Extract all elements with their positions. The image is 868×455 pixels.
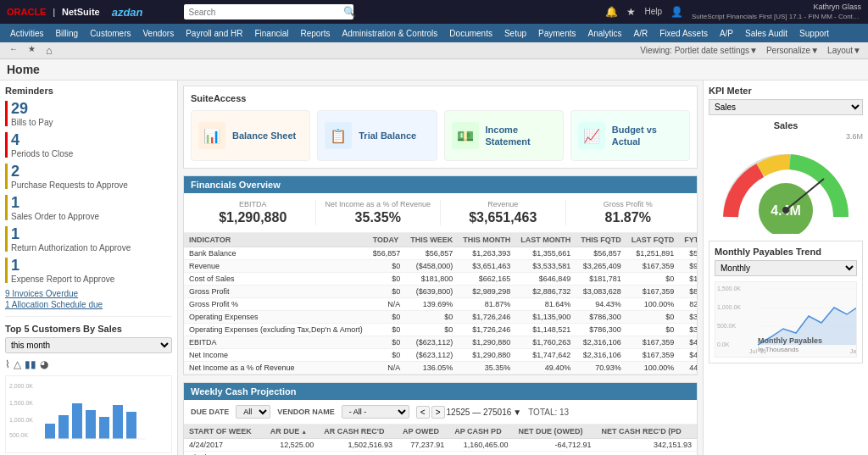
favorites-button[interactable]: ★ bbox=[25, 44, 38, 57]
suite-card-trial-balance[interactable]: 📋 Trial Balance bbox=[317, 110, 437, 161]
main-layout: Reminders 29 Bills to Pay 4 Periods to C… bbox=[0, 80, 868, 455]
financials-table-wrapper: INDICATOR TODAY THIS WEEK THIS MONTH LAS… bbox=[184, 233, 697, 375]
reminder-return-auth[interactable]: 1 Return Authorization to Approve bbox=[5, 226, 172, 252]
bar-chart-icon[interactable]: ▮▮ bbox=[25, 358, 36, 370]
reminder-expense[interactable]: 1 Expense Report to Approve bbox=[5, 258, 172, 284]
svg-text:1,500.0K: 1,500.0K bbox=[717, 286, 741, 291]
allocation-due-link[interactable]: 1 Allocation Schedule due bbox=[5, 300, 172, 309]
financials-overview-box: Financials Overview EBITDA $1,290,880 Ne… bbox=[183, 175, 698, 375]
next-button[interactable]: > bbox=[431, 406, 445, 419]
range-dropdown[interactable]: ▼ bbox=[513, 408, 521, 417]
table-row: Net Income$0($623,112)$1,290,880$1,747,6… bbox=[184, 349, 697, 362]
nav-payroll[interactable]: Payroll and HR bbox=[181, 24, 248, 42]
nav-bar: Activities Billing Customers Vendors Pay… bbox=[0, 24, 868, 42]
nav-support[interactable]: Support bbox=[794, 24, 834, 42]
table-cell: 94.43% bbox=[576, 298, 626, 311]
nav-financial[interactable]: Financial bbox=[249, 24, 293, 42]
vendor-name-select[interactable]: - All - bbox=[342, 405, 409, 419]
nav-payments[interactable]: Payments bbox=[533, 24, 581, 42]
table-cell: EBITDA bbox=[184, 336, 368, 349]
table-row: Operating Expenses (excluding Tax,Dep'n … bbox=[184, 324, 697, 336]
table-row: Revenue$0($458,000)$3,651,463$3,533,581$… bbox=[184, 260, 697, 273]
table-cell: $9,9 bbox=[679, 260, 697, 273]
table-cell: Gross Profit % bbox=[184, 298, 368, 311]
reminder-bills[interactable]: 29 Bills to Pay bbox=[5, 101, 172, 127]
nav-sales-audit[interactable]: Sales Audit bbox=[740, 24, 793, 42]
table-cell: 342,151.93 bbox=[597, 439, 697, 452]
fin-col-last-fqtd: LAST FQTD bbox=[626, 233, 680, 247]
search-icon[interactable]: 🔍 bbox=[343, 6, 356, 18]
nav-analytics[interactable]: Analytics bbox=[583, 24, 627, 42]
financials-metrics: EBITDA $1,290,880 Net Income as a % of R… bbox=[184, 193, 697, 233]
nav-setup[interactable]: Setup bbox=[499, 24, 531, 42]
monthly-period-select[interactable]: Monthly bbox=[715, 260, 857, 276]
table-cell: $4,3 bbox=[679, 336, 697, 349]
nav-admin[interactable]: Administration & Controls bbox=[337, 24, 443, 42]
metric-ebitda: EBITDA $1,290,880 bbox=[191, 200, 316, 225]
search-input[interactable] bbox=[184, 4, 353, 19]
metric-ebitda-value: $1,290,880 bbox=[198, 210, 309, 225]
line-chart-icon[interactable]: ⌇ bbox=[5, 358, 10, 370]
table-cell: 4/24/2017 bbox=[184, 439, 265, 452]
table-cell: $2,989,298 bbox=[458, 286, 515, 298]
nav-documents[interactable]: Documents bbox=[444, 24, 498, 42]
sub-nav: ← ★ ⌂ Viewing: Portlet date settings▼ Pe… bbox=[0, 42, 868, 59]
top5-month-select[interactable]: this month bbox=[5, 337, 172, 353]
star-icon[interactable]: ★ bbox=[626, 6, 636, 18]
gauge-label: Sales bbox=[709, 120, 863, 130]
viewing-label[interactable]: Viewing: Portlet date settings▼ bbox=[640, 46, 758, 55]
invoices-overdue-link[interactable]: 9 Invoices Overdue bbox=[5, 289, 172, 298]
reminder-sales-order[interactable]: 1 Sales Order to Approve bbox=[5, 195, 172, 221]
nav-ap[interactable]: A/P bbox=[715, 24, 738, 42]
table-cell: $0 bbox=[405, 311, 458, 324]
metric-net-income-pct: Net Income as a % of Revenue 35.35% bbox=[316, 200, 442, 225]
nav-fixed-assets[interactable]: Fixed Assets bbox=[654, 24, 713, 42]
personalize-label[interactable]: Personalize▼ bbox=[766, 46, 819, 55]
table-row: Net Income as a % of RevenueN/A136.05%35… bbox=[184, 362, 697, 375]
nav-billing[interactable]: Billing bbox=[50, 24, 83, 42]
table-row: Gross Profit %N/A139.69%81.87%81.64%94.4… bbox=[184, 298, 697, 311]
area-chart-icon[interactable]: △ bbox=[14, 358, 21, 370]
table-cell: $167,359 bbox=[626, 286, 680, 298]
financials-table: INDICATOR TODAY THIS WEEK THIS MONTH LAS… bbox=[184, 233, 697, 375]
table-cell: $1,355,661 bbox=[515, 247, 576, 260]
reminder-label-periods: Periods to Close bbox=[11, 149, 73, 158]
suite-card-balance-sheet[interactable]: 📊 Balance Sheet bbox=[191, 110, 310, 161]
nav-activities[interactable]: Activities bbox=[5, 24, 48, 42]
table-cell: 36,501.25 bbox=[513, 452, 596, 456]
pie-chart-icon[interactable]: ◕ bbox=[40, 358, 48, 370]
wcol-ar-due[interactable]: AR DUE bbox=[265, 424, 320, 439]
table-cell: $167,359 bbox=[626, 336, 680, 349]
svg-text:Jan '17: Jan '17 bbox=[850, 348, 857, 354]
trial-balance-label: Trial Balance bbox=[359, 130, 416, 141]
wcol-net-cash: NET CASH REC'D (PD bbox=[597, 424, 697, 439]
budget-actual-icon: 📈 bbox=[578, 122, 605, 149]
suite-card-budget-actual[interactable]: 📈 Budget vs Actual bbox=[570, 110, 690, 161]
nav-vendors[interactable]: Vendors bbox=[138, 24, 180, 42]
help-label[interactable]: Help bbox=[644, 7, 662, 16]
income-statement-label: Income Statement bbox=[486, 124, 556, 148]
svg-text:1,500.0K: 1,500.0K bbox=[9, 400, 33, 406]
suite-card-income-statement[interactable]: 💵 Income Statement bbox=[444, 110, 564, 161]
table-cell: 35.35% bbox=[458, 362, 515, 375]
home-button[interactable]: ⌂ bbox=[43, 44, 55, 57]
table-row: Gross Profit$0($639,800)$2,989,298$2,886… bbox=[184, 286, 697, 298]
prev-button[interactable]: < bbox=[416, 406, 430, 419]
table-cell: Net Income bbox=[184, 349, 368, 362]
back-button[interactable]: ← bbox=[7, 44, 20, 57]
table-cell: $3,083,628 bbox=[576, 286, 626, 298]
kpi-select[interactable]: Sales bbox=[709, 99, 863, 115]
reminder-periods[interactable]: 4 Periods to Close bbox=[5, 132, 172, 158]
nav-reports[interactable]: Reports bbox=[296, 24, 336, 42]
nav-customers[interactable]: Customers bbox=[85, 24, 136, 42]
suite-access-box: SuiteAccess 📊 Balance Sheet 📋 Trial Bala… bbox=[183, 86, 698, 169]
reminder-purchase[interactable]: 2 Purchase Requests to Approve bbox=[5, 164, 172, 190]
due-date-select[interactable]: All bbox=[236, 405, 270, 419]
nav-ar[interactable]: A/R bbox=[629, 24, 654, 42]
reminder-count-periods: 4 bbox=[11, 132, 73, 147]
table-cell: 81.64% bbox=[515, 298, 576, 311]
fin-col-indicator: INDICATOR bbox=[184, 233, 368, 247]
fin-col-this-month: THIS MONTH bbox=[458, 233, 515, 247]
notifications-icon[interactable]: 🔔 bbox=[605, 6, 618, 18]
layout-label[interactable]: Layout▼ bbox=[827, 46, 861, 55]
